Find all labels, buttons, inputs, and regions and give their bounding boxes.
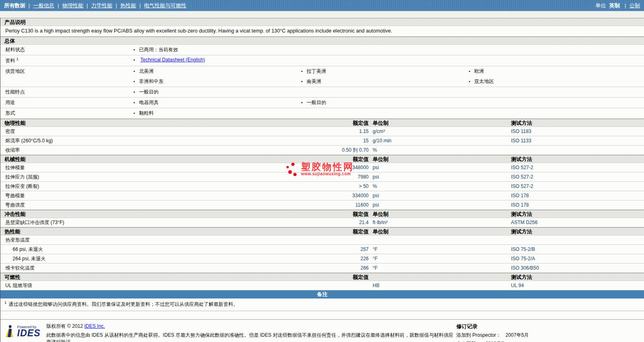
footnote-marker: 1 (4, 301, 7, 305)
property-label: 供货地区 (0, 66, 133, 87)
property-label: 弯曲模量 (0, 191, 334, 200)
row-availability: 供货地区 北美洲 拉丁美洲 欧洲 非洲和中东 南美洲 亚太地区 (0, 66, 644, 87)
property-value: 266 (334, 264, 369, 272)
revision-record: 修订记录 添加到 Prospector： 2007年5月 上次更新： 2012/… (456, 323, 639, 342)
test-method: ISO 178 (507, 200, 644, 209)
test-method: ISO 527-2 (507, 163, 644, 172)
property-label: 收缩率 (0, 146, 334, 155)
nav-separator: | (625, 2, 626, 9)
property-row-density: 密度 1.15 g/cm³ ISO 1183 (0, 127, 644, 136)
revision-added: 添加到 Prospector： 2007年5月 (456, 332, 639, 339)
column-header-method: 测试方法 (507, 210, 644, 218)
column-header-method: 测试方法 (507, 228, 644, 235)
datasheet: 产品说明 Perloy C130 is a high impact streng… (0, 18, 644, 342)
revision-title: 修订记录 (456, 323, 639, 330)
row-material-status: 材料状态 已商用：当前有效 (0, 45, 644, 55)
nav-link-mechanical[interactable]: 力学性能 (91, 2, 112, 9)
property-label: 拉伸模量 (0, 163, 334, 172)
test-method: ISO 75-2/B (507, 245, 644, 254)
property-unit: % (369, 146, 507, 155)
test-method: ISO 527-2 (507, 182, 644, 191)
property-value: 21.4 (334, 218, 369, 227)
test-method: ISO 1133 (507, 136, 644, 145)
ides-wordmark: IDES (17, 329, 41, 338)
bullet-item: 拉丁美洲 (301, 66, 469, 76)
column-header-method: 测试方法 (507, 119, 644, 127)
property-row-hdt-264psi: 264 psi, 未退火 226 °F ISO 75-2/A (0, 254, 644, 264)
property-row-tensile-modulus: 拉伸模量 348000 psi ISO 527-2 (0, 163, 644, 172)
property-unit (369, 235, 507, 244)
property-value: HB (369, 281, 507, 290)
property-row-vicat: 维卡软化温度 266 °F ISO 306/B50 (0, 264, 644, 273)
column-header-value: 额定值 (334, 210, 369, 218)
property-value: 226 (334, 254, 369, 263)
property-label: 用途 (0, 98, 133, 108)
nav-link-electrical-flammability[interactable]: 电气性能与可燃性 (144, 2, 186, 9)
property-unit: % (369, 182, 507, 191)
column-header-value: 额定值 (334, 228, 369, 235)
section-title: 热性能 (0, 228, 334, 235)
top-navigation: 所有数据 | 一般信息 | 物理性能 | 力学性能 | 热性能 | 电气性能与可… (0, 0, 644, 11)
column-header-unit-empty (369, 273, 507, 281)
property-unit: g/10 min (369, 136, 507, 145)
property-value (334, 235, 369, 244)
copyright-line: 版权所有 © 2012 IDES Inc. (46, 323, 456, 330)
property-unit: °F (369, 245, 507, 254)
property-row-flexural-strength: 弯曲强度 11600 psi ISO 178 (0, 200, 644, 210)
revision-added-label: 添加到 Prospector： (456, 332, 501, 338)
column-header-value: 额定值 (334, 119, 369, 127)
section-header-thermal: 热性能 额定值 单位制 测试方法 (0, 227, 644, 235)
ides-logo[interactable]: Powered by IDES (5, 323, 41, 338)
unit-metric-link[interactable]: 公制 (629, 2, 640, 9)
bullet-item: 北美洲 (133, 66, 301, 76)
copyright-block: 版权所有 © 2012 IDES Inc. 此数据表中的信息由 IDES 从该材… (46, 323, 456, 342)
nav-separator: | (28, 2, 30, 9)
nav-separator: | (87, 2, 88, 9)
nav-link-thermal[interactable]: 热性能 (120, 2, 136, 9)
datasheet-link[interactable]: Technical Datasheet (English) (140, 57, 205, 63)
property-row-hdt-66psi: 66 psi, 未退火 257 °F ISO 75-2/B (0, 245, 644, 254)
nav-link-all-data[interactable]: 所有数据 (4, 2, 25, 9)
property-unit: psi (369, 200, 507, 209)
section-header-general: 总体 (0, 37, 644, 45)
nav-separator: | (57, 2, 59, 9)
nav-link-physical[interactable]: 物理性能 (62, 2, 83, 9)
property-value-empty (334, 281, 369, 290)
property-unit: °F (369, 254, 507, 263)
copyright-year: © 2012 (67, 323, 83, 329)
row-forms: 形式 颗粒料 (0, 108, 644, 119)
section-header-impact: 冲击性能 额定值 单位制 测试方法 (0, 210, 644, 218)
footer: Powered by IDES 版权所有 © 2012 IDES Inc. 此数… (0, 319, 644, 342)
test-method: ISO 527-2 (507, 172, 644, 181)
property-value: 11600 (334, 200, 369, 209)
test-method (507, 235, 644, 244)
test-method: ISO 75-2/A (507, 254, 644, 263)
property-unit: psi (369, 172, 507, 181)
property-value: 1.15 (334, 127, 369, 136)
property-unit: °F (369, 264, 507, 272)
footnote: 1通过这些链接您能够访问供应商资料。我们尽量保证及时更新资料；不过您可以从供应商… (0, 298, 644, 311)
section-title: 机械性能 (0, 155, 334, 163)
ides-inc-link[interactable]: IDES Inc. (84, 323, 105, 329)
column-header-unit: 单位制 (369, 228, 507, 235)
property-label: 264 psi, 未退火 (0, 254, 334, 263)
bullet-item: 电器用具 (133, 98, 301, 108)
property-label: 材料状态 (0, 45, 133, 55)
nav-link-general-info[interactable]: 一般信息 (33, 2, 54, 9)
property-row-ul-flame-rating: UL 阻燃等级 HB UL 94 (0, 281, 644, 290)
column-header-value: 额定值 (334, 273, 369, 281)
property-label: 资料 1 (0, 55, 133, 66)
property-unit: psi (369, 163, 507, 172)
column-header-unit: 单位制 (369, 210, 507, 218)
bullet-item: 欧洲 (469, 66, 644, 76)
property-row-tensile-stress-yield: 拉伸应力 (屈服) 7980 psi ISO 527-2 (0, 172, 644, 182)
property-value: 0.50 到 0.70 (334, 146, 369, 155)
section-title: 可燃性 (0, 273, 334, 281)
column-header-value: 额定值 (334, 155, 369, 163)
property-row-heat-deflection-group: 热变形温度 (0, 235, 644, 245)
property-value: > 50 (334, 182, 369, 191)
bullet-item: 一般目的 (301, 98, 469, 108)
section-title: 冲击性能 (0, 210, 334, 218)
section-title: 物理性能 (0, 119, 334, 127)
property-value: 348000 (334, 163, 369, 172)
